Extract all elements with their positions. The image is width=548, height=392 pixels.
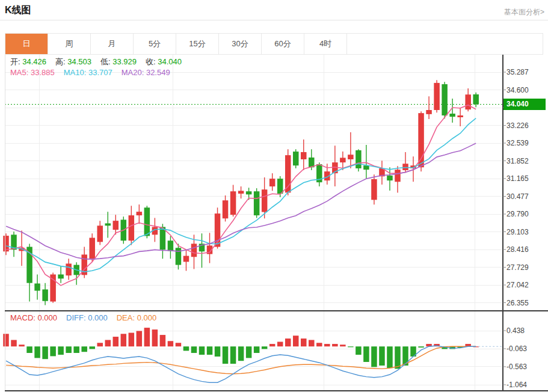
price-tick-label: 32.539 (506, 139, 529, 147)
interval-tabbar: 日周月5分15分30分60分4时 (5, 33, 543, 55)
legend-ma20-value: 32.549 (146, 68, 170, 77)
tab-week[interactable]: 周 (48, 34, 91, 54)
tab-4hour[interactable]: 4时 (304, 34, 347, 54)
macd-axis-labels: 0.438-0.063-0.563-1.064 (503, 326, 527, 389)
legend-diff-value: 0.000 (88, 313, 108, 322)
legend-close: 收: 34.040 (146, 57, 182, 66)
page-title: K线图 (5, 4, 31, 17)
candle (457, 115, 463, 117)
legend-ma5: MA5: 33.885 (10, 68, 55, 77)
legend-ma10: MA10: 33.707 (64, 68, 112, 77)
candle (262, 189, 268, 212)
candle (34, 284, 40, 291)
candle (442, 84, 448, 115)
price-tick-label: 26.355 (506, 299, 529, 307)
legend-low-value: 33.929 (112, 57, 137, 66)
candle (348, 155, 354, 159)
candle (434, 83, 440, 110)
price-tick-label: 35.287 (506, 68, 529, 76)
candle (356, 150, 362, 168)
candle (230, 191, 236, 215)
candle (168, 240, 174, 251)
macd-tick-label: -0.563 (506, 363, 527, 371)
candle (129, 215, 135, 240)
legend-macd-value: 0.000 (38, 313, 58, 322)
tab-15min[interactable]: 15分 (176, 34, 219, 54)
candle (363, 165, 369, 170)
candle (58, 274, 64, 278)
legend-diff-label: DIFF: (66, 313, 86, 322)
candle (66, 263, 72, 275)
candle (97, 225, 103, 242)
legend-dea-label: DEA: (117, 313, 135, 322)
legend-close-value: 34.040 (158, 57, 182, 66)
candle (269, 179, 276, 186)
price-tick-label: 27.042 (506, 281, 529, 289)
tab-day[interactable]: 日 (5, 34, 48, 54)
tab-60min[interactable]: 60分 (262, 34, 304, 54)
candle (340, 158, 346, 162)
candle (402, 164, 408, 170)
legend-open-label: 开: (10, 57, 20, 66)
price-tick-label: 31.852 (506, 157, 529, 165)
tab-month[interactable]: 月 (91, 34, 134, 54)
candle (465, 94, 471, 109)
title-divider (0, 20, 548, 20)
price-tick-label: 33.226 (506, 121, 529, 130)
candle (238, 191, 244, 194)
price-tick-label: 28.416 (506, 245, 529, 254)
tab-5min[interactable]: 5分 (134, 34, 176, 54)
candle (395, 170, 401, 182)
tab-30min[interactable]: 30分 (219, 34, 262, 54)
candle (254, 191, 260, 215)
legend-high-value: 34.503 (67, 57, 91, 66)
legend-open-value: 34.426 (22, 57, 46, 66)
candle (246, 191, 252, 194)
candle (137, 212, 143, 215)
legend-macd: MACD: 0.000 (10, 313, 57, 322)
legend-low: 低: 33.929 (100, 57, 137, 66)
price-tick-label: 29.103 (506, 228, 529, 236)
candle (371, 179, 377, 200)
ohlc-legend: 开: 34.426高: 34.503低: 33.929收: 34.040 (10, 57, 191, 67)
legend-ma5-value: 33.885 (31, 68, 55, 77)
candle (473, 94, 479, 105)
ma-legend: MA5: 33.885MA10: 33.707MA20: 32.549 (10, 68, 179, 77)
macd-tick-label: -1.064 (506, 381, 527, 389)
legend-dea: DEA: 0.000 (117, 313, 157, 322)
legend-macd-label: MACD: (10, 313, 35, 322)
candle (223, 200, 229, 218)
legend-close-label: 收: (146, 57, 156, 66)
candle (42, 289, 48, 301)
legend-ma20-label: MA20: (122, 68, 144, 77)
candle (426, 110, 432, 114)
candle (277, 179, 283, 194)
candle (293, 152, 299, 165)
candle (191, 243, 197, 257)
current-price-badge: 34.040 (503, 99, 546, 110)
legend-ma10-label: MA10: (64, 68, 87, 77)
legend-high: 高: 34.503 (55, 57, 91, 66)
price-tick-label: 34.600 (506, 86, 529, 94)
price-tick-label: 27.729 (506, 263, 529, 272)
legend-dea-value: 0.000 (137, 313, 157, 322)
macd-legend: MACD: 0.000DIFF: 0.000DEA: 0.000 (10, 313, 165, 322)
legend-ma10-value: 33.707 (88, 68, 112, 77)
legend-ma5-label: MA5: (10, 68, 28, 77)
price-tick-label: 29.790 (506, 210, 529, 218)
candle (301, 152, 307, 159)
candle (176, 248, 182, 265)
legend-ma20: MA20: 32.549 (122, 68, 170, 77)
macd-tick-label: -0.063 (506, 345, 527, 353)
candle (183, 256, 189, 262)
legend-low-label: 低: (100, 57, 111, 66)
candle (387, 176, 393, 180)
candle (105, 223, 111, 225)
legend-high-label: 高: (55, 57, 66, 66)
macd-tick-label: 0.438 (506, 326, 525, 335)
candle (113, 221, 119, 230)
fundamental-analysis-link[interactable]: 基本面分析> (504, 7, 544, 17)
price-tick-label: 31.165 (506, 174, 529, 183)
candle (89, 238, 95, 259)
candle (449, 114, 455, 117)
